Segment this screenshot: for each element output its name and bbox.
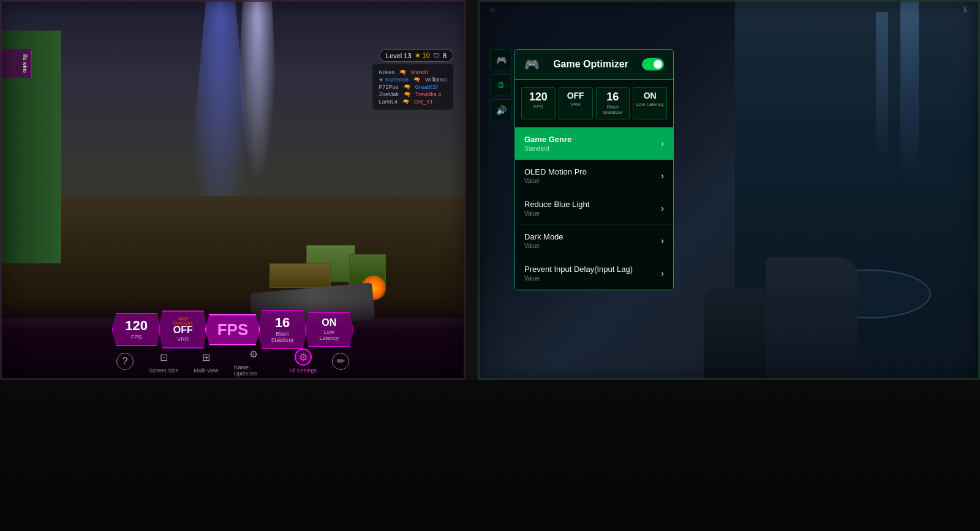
opt-fps-stat: 120 FPS bbox=[521, 87, 556, 119]
blue-light-text-group: Reduce Blue Light Value bbox=[524, 200, 589, 217]
sidebar-gamepad-icon[interactable]: 🎮 bbox=[490, 49, 512, 71]
hud-marker-left: ◇ bbox=[490, 6, 495, 13]
gun-icon-1: 🔫 bbox=[399, 69, 406, 75]
opt-latency-value: ON bbox=[636, 91, 664, 100]
water-stream-1 bbox=[900, 0, 919, 184]
reduce-blue-light-item[interactable]: Reduce Blue Light Value › bbox=[515, 192, 673, 225]
dark-mode-text-group: Dark Mode Value bbox=[524, 232, 564, 249]
opt-vrr-label: VRR bbox=[562, 102, 590, 107]
score-row-4: ZoeMak 🔫 TrevMka 4 bbox=[379, 91, 447, 97]
blue-light-title: Reduce Blue Light bbox=[524, 200, 589, 209]
multiview-label: Multi-view bbox=[194, 367, 219, 374]
center-fps-label: FPS bbox=[217, 320, 248, 339]
right-hud-top: ◇ E bbox=[478, 6, 980, 13]
main-scene: ills wins Level 13 ★ 10 🛡 8 Nokes 🔫 Mark… bbox=[0, 0, 980, 380]
bottom-toolbar: ? ⊡ Screen Size ⊞ Multi-view ⚙ Game Opti… bbox=[116, 345, 349, 377]
rock-formation-1 bbox=[766, 257, 858, 380]
screen-size-label: Screen Size bbox=[149, 367, 179, 374]
fps-stat: 120 FPS bbox=[112, 313, 161, 346]
game-optimizer-panel: 🎮 Game Optimizer 120 FPS OFF VRR 16 Blac… bbox=[514, 49, 674, 290]
opt-vrr-value: OFF bbox=[562, 91, 590, 100]
vrr-stat: AMDFreeSync OFF VRR bbox=[159, 311, 208, 348]
kills-wins-text: ills wins bbox=[22, 54, 28, 73]
help-tool[interactable]: ? bbox=[116, 353, 134, 370]
rock-formation-2 bbox=[704, 288, 766, 380]
opt-stabilizer-value: 16 bbox=[599, 91, 627, 102]
player-karren: ★ KarrenS6 bbox=[379, 77, 409, 83]
stats-bar: 120 FPS AMDFreeSync OFF VRR FPS 16 Black… bbox=[113, 310, 353, 349]
optimizer-tool-label: Game Optimizer bbox=[234, 364, 274, 377]
settings-label: All Settings bbox=[289, 367, 317, 374]
optimizer-icon[interactable]: ⚙ bbox=[245, 345, 262, 363]
score-row-3: P72Poe 🔫 GreatKSf bbox=[379, 84, 447, 90]
game-genre-item[interactable]: Game Genre Standard › bbox=[515, 127, 673, 160]
gun-icon-2: 🔫 bbox=[413, 77, 420, 83]
dark-mode-chevron-icon: › bbox=[661, 236, 664, 246]
opt-fps-value: 120 bbox=[524, 91, 552, 102]
hud-bottom: 120 FPS AMDFreeSync OFF VRR FPS 16 Black… bbox=[0, 300, 466, 380]
optimizer-toggle[interactable] bbox=[642, 58, 664, 70]
all-settings-tool[interactable]: ⚙ All Settings bbox=[289, 348, 317, 374]
opt-stabilizer-stat: 16 Black Stabilizer bbox=[596, 87, 630, 119]
opponent-william: WilliamG bbox=[425, 77, 447, 83]
vrr-label: VRR bbox=[171, 336, 195, 342]
gun-icon-5: 🔫 bbox=[402, 99, 409, 105]
oled-chevron-icon: › bbox=[661, 171, 664, 181]
optimizer-header: 🎮 Game Optimizer bbox=[515, 50, 673, 80]
optimizer-stats: 120 FPS OFF VRR 16 Black Stabilizer ON L… bbox=[515, 80, 673, 127]
stabilizer-value: 16 bbox=[270, 316, 295, 330]
game-optimizer-tool[interactable]: ⚙ Game Optimizer bbox=[234, 345, 274, 377]
oled-motion-pro-item[interactable]: OLED Motion Pro Value › bbox=[515, 160, 673, 192]
shield-icon: 🛡 bbox=[433, 52, 440, 59]
player-p72: P72Poe bbox=[379, 84, 398, 90]
input-delay-title: Prevent Input Delay(Input Lag) bbox=[524, 265, 633, 274]
opponent-trev: TrevMka 4 bbox=[415, 91, 441, 97]
game-crate-3 bbox=[270, 263, 331, 288]
left-tv: ills wins Level 13 ★ 10 🛡 8 Nokes 🔫 Mark… bbox=[0, 0, 466, 380]
opt-vrr-stat: OFF VRR bbox=[559, 87, 593, 119]
input-delay-item[interactable]: Prevent Input Delay(Input Lag) Value › bbox=[515, 257, 673, 290]
optimizer-sidebar: 🎮 🖥 🔊 bbox=[490, 49, 513, 121]
vrr-value: OFF bbox=[171, 325, 195, 335]
bottom-section bbox=[0, 380, 980, 531]
freesync-logo: AMDFreeSync bbox=[171, 317, 195, 325]
dark-mode-item[interactable]: Dark Mode Value › bbox=[515, 225, 673, 257]
genre-chevron-icon: › bbox=[661, 138, 664, 148]
score-row-1: Nokes 🔫 MarkM bbox=[379, 69, 447, 75]
right-tv: ◇ E 🎮 Game Optimizer 120 FPS OFF VRR bbox=[478, 0, 980, 380]
input-delay-value: Value bbox=[524, 275, 633, 282]
edit-icon[interactable]: ✏ bbox=[332, 353, 349, 370]
genre-title: Game Genre bbox=[524, 135, 571, 144]
fps-value: 120 bbox=[124, 319, 149, 333]
shield-count: 8 bbox=[443, 52, 447, 59]
help-icon[interactable]: ? bbox=[116, 353, 134, 370]
gun-icon-4: 🔫 bbox=[404, 91, 410, 97]
oled-value: Value bbox=[524, 178, 587, 184]
multiview-icon[interactable]: ⊞ bbox=[198, 348, 215, 366]
settings-icon[interactable]: ⚙ bbox=[295, 348, 312, 366]
multiview-tool[interactable]: ⊞ Multi-view bbox=[194, 348, 219, 374]
score-row-5: Lar6IL4 🔫 Gre_Y1 bbox=[379, 99, 447, 105]
oled-title: OLED Motion Pro bbox=[524, 167, 587, 176]
score-row-2: ★ KarrenS6 🔫 WilliamG bbox=[379, 77, 447, 83]
sidebar-display-icon[interactable]: 🖥 bbox=[490, 74, 512, 96]
latency-value: ON bbox=[317, 318, 341, 328]
screen-size-tool[interactable]: ⊡ Screen Size bbox=[149, 348, 179, 374]
player-nokes: Nokes bbox=[379, 69, 394, 75]
gun-icon-3: 🔫 bbox=[404, 84, 410, 90]
fps-label: FPS bbox=[124, 334, 149, 340]
opponent-gre: Gre_Y1 bbox=[414, 99, 433, 105]
opponent-great: GreatKSf bbox=[415, 84, 438, 90]
stabilizer-stat: 16 Black Stabilizer bbox=[258, 310, 307, 349]
center-fps-badge: FPS bbox=[205, 314, 260, 345]
edit-tool[interactable]: ✏ bbox=[332, 353, 349, 370]
player-lar: Lar6IL4 bbox=[379, 99, 398, 105]
optimizer-header-icon: 🎮 bbox=[524, 57, 540, 72]
water-stream-2 bbox=[876, 12, 888, 165]
dark-mode-title: Dark Mode bbox=[524, 232, 564, 241]
stars-text: ★ 10 bbox=[415, 51, 430, 59]
sidebar-audio-icon[interactable]: 🔊 bbox=[490, 99, 512, 121]
blue-light-chevron-icon: › bbox=[661, 203, 664, 213]
level-badge: Level 13 ★ 10 🛡 8 bbox=[379, 49, 453, 62]
screen-size-icon[interactable]: ⊡ bbox=[155, 348, 172, 366]
